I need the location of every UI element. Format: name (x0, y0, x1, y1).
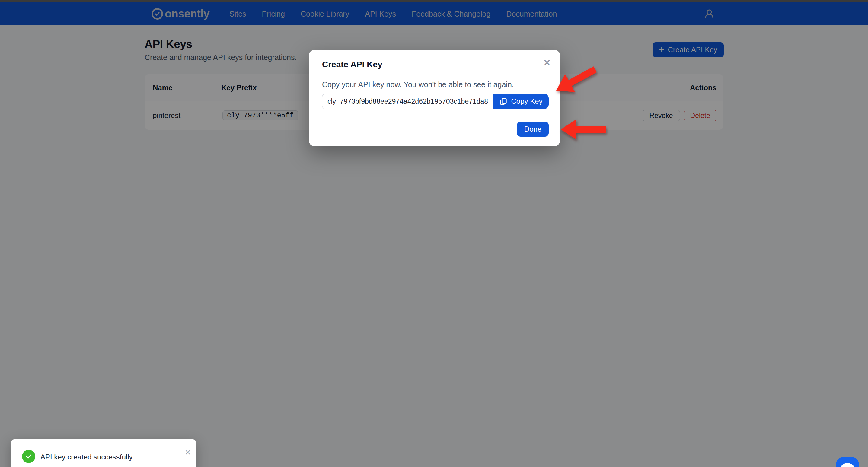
copy-key-label: Copy Key (511, 97, 542, 106)
api-key-field-group: Copy Key (322, 94, 549, 109)
done-button[interactable]: Done (517, 122, 549, 137)
copy-icon (499, 97, 507, 105)
api-key-input[interactable] (322, 94, 493, 109)
chat-launcher-button[interactable] (836, 457, 859, 467)
copy-key-button[interactable]: Copy Key (493, 94, 549, 109)
modal-description: Copy your API key now. You won't be able… (322, 80, 514, 89)
toast-message: API key created successfully. (40, 453, 134, 461)
success-toast: API key created successfully. × (10, 439, 196, 467)
toast-close-icon[interactable]: × (185, 447, 191, 457)
create-api-key-modal: Create API Key × Copy your API key now. … (309, 50, 560, 146)
modal-title: Create API Key (322, 60, 382, 69)
close-icon[interactable]: × (542, 55, 552, 70)
chat-bubble-icon (839, 463, 856, 467)
success-check-icon (22, 450, 35, 463)
